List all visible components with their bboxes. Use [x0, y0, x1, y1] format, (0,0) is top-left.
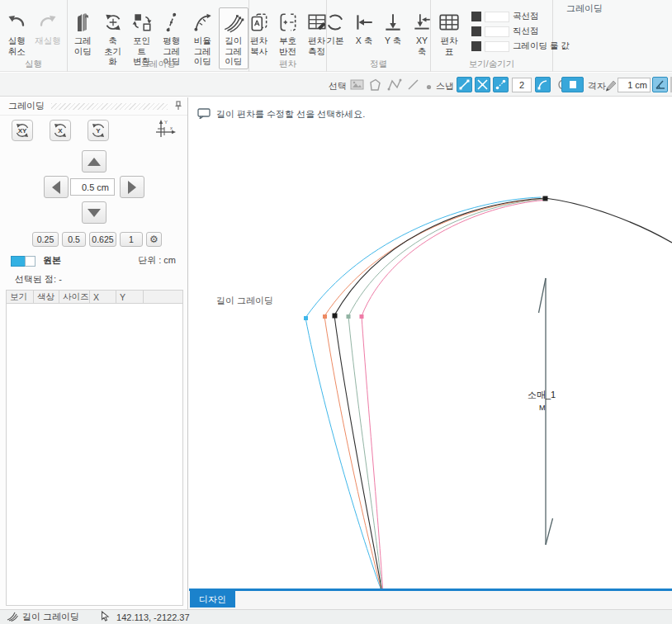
redo-icon [37, 10, 59, 35]
reset-xy-button[interactable]: XY [12, 120, 33, 141]
pin-icon[interactable] [174, 101, 182, 112]
group-label-grading: 그레이딩 [68, 59, 248, 70]
status-bar: 길이 그레이딩 142.113, -2122.37 [0, 609, 672, 624]
panel-header: 그레이딩 [0, 97, 187, 116]
deviation-table-icon [438, 10, 461, 35]
nudge-right-button[interactable] [120, 176, 144, 198]
canvas-tab-bar: 디자인 [189, 589, 672, 609]
col-color[interactable]: 색상 [34, 291, 59, 303]
grading-icon [72, 10, 93, 35]
deviation-table-button[interactable]: 편차표 [434, 7, 464, 59]
reset-y-button[interactable]: Y [88, 120, 109, 141]
straight-point-swatch[interactable] [485, 26, 509, 37]
axes-icon: Yx [154, 119, 177, 142]
point-icon[interactable] [426, 82, 432, 92]
preset-05-button[interactable]: 0.5 [62, 232, 86, 247]
undo-button[interactable]: 실행 취소 [2, 7, 31, 59]
x-axis-icon [353, 10, 375, 35]
preset-0625-button[interactable]: 0.625 [89, 232, 116, 247]
view-checkbox-column: 곡선점 직선점 그레이딩 룰 값 [471, 7, 570, 52]
grading-button[interactable]: 그레이딩 [68, 7, 98, 59]
cursor-icon [101, 611, 110, 623]
ratio-grading-icon [192, 10, 213, 35]
panel-title: 그레이딩 [8, 100, 45, 112]
straight-point-checkbox[interactable] [471, 26, 481, 36]
piece-label[interactable]: 소매_1 [528, 389, 556, 401]
undo-icon [6, 10, 27, 35]
checkbox-straight-point[interactable]: 직선점 [471, 26, 570, 37]
image-icon[interactable] [350, 78, 364, 92]
align-y-axis-button[interactable]: Y 축 [379, 7, 407, 49]
original-label: 원본 [43, 254, 61, 267]
nudge-down-button[interactable] [82, 201, 106, 224]
grading-rule-checkbox[interactable] [471, 41, 481, 51]
grid-size-input[interactable] [618, 78, 651, 92]
col-size[interactable]: 사이즈 [59, 291, 90, 303]
sign-invert-icon [277, 10, 299, 35]
original-toggle[interactable] [11, 256, 35, 267]
axis-reset-icon [102, 10, 124, 35]
ribbon-group-align: 기본 X 축 Y 축 XY 축 정렬 [327, 0, 431, 72]
col-x[interactable]: X [90, 291, 116, 303]
selected-point-label: 선택된 점: - [15, 273, 62, 286]
preset-1-button[interactable]: 1 [120, 232, 143, 247]
curve-point-swatch[interactable] [485, 12, 509, 22]
points-table-body [7, 304, 182, 605]
snap-distance-input[interactable] [512, 78, 532, 92]
line-icon[interactable] [407, 78, 419, 92]
piece-marker: M [539, 404, 546, 412]
gear-icon[interactable]: ⚙ [146, 232, 162, 247]
group-label-align: 정렬 [327, 59, 430, 70]
preset-025-button[interactable]: 0.25 [32, 232, 59, 247]
right-arrow-icon [128, 181, 136, 194]
contextual-tab-title: 그레이딩 [566, 2, 603, 15]
shape-icon[interactable] [369, 78, 381, 93]
cursor-coordinates: 142.113, -2122.37 [116, 612, 189, 622]
design-canvas[interactable]: 길이 편차를 수정할 선을 선택하세요. 길이 그레이딩 소매_1 M [189, 97, 672, 589]
grid-angle-toggle[interactable] [652, 77, 668, 92]
svg-text:Y: Y [164, 120, 168, 125]
group-label-view: 보기/숨기기 [431, 59, 552, 70]
snap-curve-toggle[interactable] [535, 77, 551, 92]
snap-line-toggle[interactable] [457, 77, 472, 92]
copy-deviation-icon [248, 10, 270, 35]
snap-intersection-toggle[interactable] [475, 77, 490, 92]
down-arrow-icon [88, 209, 101, 217]
point-convert-icon [131, 10, 153, 35]
checkbox-curve-point[interactable]: 곡선점 [471, 11, 570, 22]
polyline-icon[interactable] [387, 78, 402, 92]
pencil-icon[interactable] [603, 78, 618, 93]
curve-point-checkbox[interactable] [471, 12, 481, 21]
align-default-button[interactable]: 기본 [321, 7, 349, 49]
select-label: 선택 [329, 80, 347, 92]
grading-rule-swatch[interactable] [485, 41, 509, 52]
pattern-drawing [189, 97, 672, 589]
tab-design[interactable]: 디자인 [190, 591, 235, 607]
panel-drag-texture[interactable] [51, 103, 168, 110]
hint-text: 길이 편차를 수정할 선을 선택하세요. [216, 108, 365, 121]
sign-invert-button[interactable]: 부호 반전 [274, 7, 302, 59]
parallel-grading-icon [161, 10, 182, 35]
align-x-axis-button[interactable]: X 축 [350, 7, 378, 49]
xy-axis-icon [411, 10, 433, 35]
quick-toolbar: 선택 스냅 격자 [0, 73, 672, 97]
col-y[interactable]: Y [116, 291, 144, 303]
ribbon-group-grading: 그레이딩 축 초기화 포인트 변환 평행 그레이딩 비율 그레이딩 [68, 0, 249, 72]
group-label-run: 실행 [0, 59, 67, 70]
nudge-up-button[interactable] [82, 150, 106, 173]
step-value-input[interactable] [70, 178, 115, 196]
nudge-left-button[interactable] [44, 176, 69, 198]
y-axis-icon [382, 10, 404, 35]
col-view[interactable]: 보기 [7, 291, 34, 303]
copy-deviation-button[interactable]: 편차 복사 [245, 7, 273, 59]
tool-icon [7, 611, 18, 623]
points-table: 보기 색상 사이즈 X Y [6, 290, 183, 606]
svg-text:x: x [170, 125, 173, 130]
snap-area-toggle[interactable] [561, 77, 584, 92]
left-arrow-icon [52, 181, 60, 194]
reset-x-button[interactable]: X [50, 120, 71, 141]
ribbon-group-view: 편차표 곡선점 직선점 그레이딩 룰 값 보기/숨기기 [431, 0, 553, 72]
snap-point-toggle[interactable] [493, 77, 509, 92]
checkbox-grading-rule-value[interactable]: 그레이딩 룰 값 [471, 40, 570, 52]
redo-button[interactable]: 재실행 [31, 7, 64, 49]
